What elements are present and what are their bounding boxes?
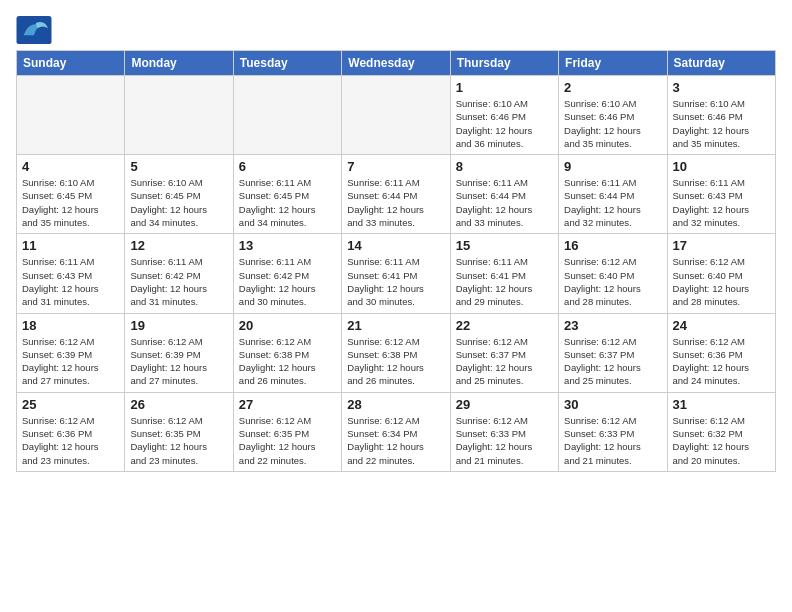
calendar-cell: 15Sunrise: 6:11 AM Sunset: 6:41 PM Dayli… <box>450 234 558 313</box>
calendar-cell: 25Sunrise: 6:12 AM Sunset: 6:36 PM Dayli… <box>17 392 125 471</box>
day-info: Sunrise: 6:10 AM Sunset: 6:45 PM Dayligh… <box>22 176 119 229</box>
day-number: 2 <box>564 80 661 95</box>
calendar-cell: 20Sunrise: 6:12 AM Sunset: 6:38 PM Dayli… <box>233 313 341 392</box>
calendar-cell: 13Sunrise: 6:11 AM Sunset: 6:42 PM Dayli… <box>233 234 341 313</box>
calendar-cell: 29Sunrise: 6:12 AM Sunset: 6:33 PM Dayli… <box>450 392 558 471</box>
day-info: Sunrise: 6:11 AM Sunset: 6:43 PM Dayligh… <box>22 255 119 308</box>
day-info: Sunrise: 6:12 AM Sunset: 6:40 PM Dayligh… <box>673 255 770 308</box>
calendar-week-row: 25Sunrise: 6:12 AM Sunset: 6:36 PM Dayli… <box>17 392 776 471</box>
calendar-cell: 28Sunrise: 6:12 AM Sunset: 6:34 PM Dayli… <box>342 392 450 471</box>
calendar-cell: 8Sunrise: 6:11 AM Sunset: 6:44 PM Daylig… <box>450 155 558 234</box>
day-info: Sunrise: 6:12 AM Sunset: 6:38 PM Dayligh… <box>239 335 336 388</box>
calendar-cell: 12Sunrise: 6:11 AM Sunset: 6:42 PM Dayli… <box>125 234 233 313</box>
day-info: Sunrise: 6:12 AM Sunset: 6:37 PM Dayligh… <box>564 335 661 388</box>
calendar-cell: 5Sunrise: 6:10 AM Sunset: 6:45 PM Daylig… <box>125 155 233 234</box>
day-info: Sunrise: 6:12 AM Sunset: 6:33 PM Dayligh… <box>564 414 661 467</box>
day-info: Sunrise: 6:12 AM Sunset: 6:35 PM Dayligh… <box>239 414 336 467</box>
calendar-cell: 21Sunrise: 6:12 AM Sunset: 6:38 PM Dayli… <box>342 313 450 392</box>
calendar-cell: 14Sunrise: 6:11 AM Sunset: 6:41 PM Dayli… <box>342 234 450 313</box>
day-info: Sunrise: 6:10 AM Sunset: 6:46 PM Dayligh… <box>673 97 770 150</box>
calendar-cell: 24Sunrise: 6:12 AM Sunset: 6:36 PM Dayli… <box>667 313 775 392</box>
calendar-cell: 9Sunrise: 6:11 AM Sunset: 6:44 PM Daylig… <box>559 155 667 234</box>
weekday-header: Monday <box>125 51 233 76</box>
day-number: 20 <box>239 318 336 333</box>
day-number: 11 <box>22 238 119 253</box>
day-info: Sunrise: 6:12 AM Sunset: 6:35 PM Dayligh… <box>130 414 227 467</box>
weekday-header: Wednesday <box>342 51 450 76</box>
day-number: 15 <box>456 238 553 253</box>
day-number: 9 <box>564 159 661 174</box>
calendar-cell <box>233 76 341 155</box>
day-info: Sunrise: 6:12 AM Sunset: 6:40 PM Dayligh… <box>564 255 661 308</box>
calendar-week-row: 4Sunrise: 6:10 AM Sunset: 6:45 PM Daylig… <box>17 155 776 234</box>
day-info: Sunrise: 6:10 AM Sunset: 6:46 PM Dayligh… <box>564 97 661 150</box>
day-info: Sunrise: 6:12 AM Sunset: 6:39 PM Dayligh… <box>130 335 227 388</box>
day-info: Sunrise: 6:12 AM Sunset: 6:38 PM Dayligh… <box>347 335 444 388</box>
day-info: Sunrise: 6:11 AM Sunset: 6:41 PM Dayligh… <box>456 255 553 308</box>
header <box>16 16 776 44</box>
day-number: 17 <box>673 238 770 253</box>
day-info: Sunrise: 6:11 AM Sunset: 6:41 PM Dayligh… <box>347 255 444 308</box>
day-info: Sunrise: 6:11 AM Sunset: 6:42 PM Dayligh… <box>130 255 227 308</box>
day-number: 24 <box>673 318 770 333</box>
day-number: 1 <box>456 80 553 95</box>
day-info: Sunrise: 6:10 AM Sunset: 6:46 PM Dayligh… <box>456 97 553 150</box>
day-number: 13 <box>239 238 336 253</box>
calendar-cell <box>17 76 125 155</box>
day-number: 3 <box>673 80 770 95</box>
day-info: Sunrise: 6:11 AM Sunset: 6:44 PM Dayligh… <box>564 176 661 229</box>
calendar-cell: 6Sunrise: 6:11 AM Sunset: 6:45 PM Daylig… <box>233 155 341 234</box>
day-info: Sunrise: 6:11 AM Sunset: 6:44 PM Dayligh… <box>347 176 444 229</box>
day-number: 4 <box>22 159 119 174</box>
calendar-cell: 7Sunrise: 6:11 AM Sunset: 6:44 PM Daylig… <box>342 155 450 234</box>
day-number: 26 <box>130 397 227 412</box>
weekday-header: Saturday <box>667 51 775 76</box>
day-number: 10 <box>673 159 770 174</box>
day-number: 27 <box>239 397 336 412</box>
calendar-cell <box>125 76 233 155</box>
day-number: 28 <box>347 397 444 412</box>
calendar-cell: 19Sunrise: 6:12 AM Sunset: 6:39 PM Dayli… <box>125 313 233 392</box>
day-info: Sunrise: 6:12 AM Sunset: 6:39 PM Dayligh… <box>22 335 119 388</box>
weekday-header: Friday <box>559 51 667 76</box>
calendar-cell: 22Sunrise: 6:12 AM Sunset: 6:37 PM Dayli… <box>450 313 558 392</box>
calendar-cell: 3Sunrise: 6:10 AM Sunset: 6:46 PM Daylig… <box>667 76 775 155</box>
weekday-header: Tuesday <box>233 51 341 76</box>
day-number: 23 <box>564 318 661 333</box>
calendar-week-row: 11Sunrise: 6:11 AM Sunset: 6:43 PM Dayli… <box>17 234 776 313</box>
day-number: 29 <box>456 397 553 412</box>
day-info: Sunrise: 6:11 AM Sunset: 6:45 PM Dayligh… <box>239 176 336 229</box>
day-number: 7 <box>347 159 444 174</box>
calendar-cell: 16Sunrise: 6:12 AM Sunset: 6:40 PM Dayli… <box>559 234 667 313</box>
calendar-cell: 30Sunrise: 6:12 AM Sunset: 6:33 PM Dayli… <box>559 392 667 471</box>
day-number: 21 <box>347 318 444 333</box>
day-number: 6 <box>239 159 336 174</box>
day-number: 22 <box>456 318 553 333</box>
calendar-cell: 2Sunrise: 6:10 AM Sunset: 6:46 PM Daylig… <box>559 76 667 155</box>
calendar-cell: 11Sunrise: 6:11 AM Sunset: 6:43 PM Dayli… <box>17 234 125 313</box>
day-info: Sunrise: 6:11 AM Sunset: 6:44 PM Dayligh… <box>456 176 553 229</box>
calendar-cell <box>342 76 450 155</box>
day-number: 16 <box>564 238 661 253</box>
calendar-week-row: 18Sunrise: 6:12 AM Sunset: 6:39 PM Dayli… <box>17 313 776 392</box>
calendar-cell: 27Sunrise: 6:12 AM Sunset: 6:35 PM Dayli… <box>233 392 341 471</box>
day-info: Sunrise: 6:12 AM Sunset: 6:32 PM Dayligh… <box>673 414 770 467</box>
day-number: 8 <box>456 159 553 174</box>
day-info: Sunrise: 6:10 AM Sunset: 6:45 PM Dayligh… <box>130 176 227 229</box>
day-info: Sunrise: 6:12 AM Sunset: 6:36 PM Dayligh… <box>22 414 119 467</box>
calendar-cell: 1Sunrise: 6:10 AM Sunset: 6:46 PM Daylig… <box>450 76 558 155</box>
calendar-cell: 26Sunrise: 6:12 AM Sunset: 6:35 PM Dayli… <box>125 392 233 471</box>
day-info: Sunrise: 6:12 AM Sunset: 6:36 PM Dayligh… <box>673 335 770 388</box>
day-info: Sunrise: 6:12 AM Sunset: 6:33 PM Dayligh… <box>456 414 553 467</box>
day-number: 12 <box>130 238 227 253</box>
day-number: 30 <box>564 397 661 412</box>
day-number: 14 <box>347 238 444 253</box>
day-info: Sunrise: 6:12 AM Sunset: 6:34 PM Dayligh… <box>347 414 444 467</box>
calendar-cell: 4Sunrise: 6:10 AM Sunset: 6:45 PM Daylig… <box>17 155 125 234</box>
weekday-header: Sunday <box>17 51 125 76</box>
day-number: 5 <box>130 159 227 174</box>
calendar: SundayMondayTuesdayWednesdayThursdayFrid… <box>16 50 776 472</box>
calendar-header-row: SundayMondayTuesdayWednesdayThursdayFrid… <box>17 51 776 76</box>
calendar-cell: 10Sunrise: 6:11 AM Sunset: 6:43 PM Dayli… <box>667 155 775 234</box>
calendar-week-row: 1Sunrise: 6:10 AM Sunset: 6:46 PM Daylig… <box>17 76 776 155</box>
